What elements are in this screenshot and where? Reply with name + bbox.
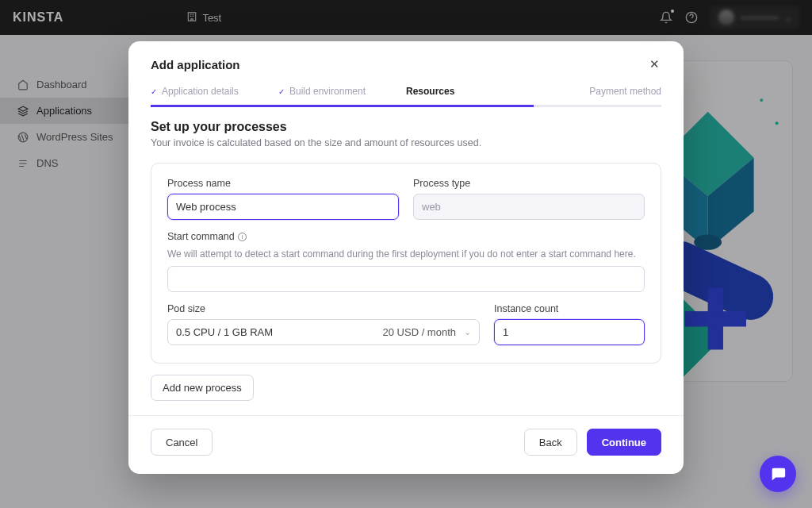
continue-button[interactable]: Continue bbox=[587, 429, 661, 456]
modal-footer: Cancel Back Continue bbox=[128, 415, 684, 468]
chat-launcher[interactable] bbox=[760, 456, 796, 492]
process-name-input[interactable] bbox=[167, 194, 399, 220]
close-icon[interactable]: ✕ bbox=[647, 57, 661, 71]
process-name-label: Process name bbox=[167, 178, 399, 189]
process-card: Process name Process type Start command … bbox=[151, 163, 661, 364]
step-application-details[interactable]: ✓ Application details bbox=[151, 86, 278, 107]
modal-overlay: Add application ✕ ✓ Application details … bbox=[0, 0, 812, 508]
process-type-input bbox=[413, 194, 645, 220]
chat-icon bbox=[769, 465, 787, 483]
section-title: Set up your processes bbox=[151, 120, 661, 134]
step-label: Resources bbox=[406, 86, 454, 97]
start-command-label: Start command i bbox=[167, 231, 645, 242]
modal-body: Set up your processes Your invoice is ca… bbox=[128, 107, 684, 415]
check-icon: ✓ bbox=[278, 87, 285, 96]
check-icon: ✓ bbox=[151, 87, 157, 96]
pod-size-price: 20 USD / month bbox=[383, 326, 457, 338]
step-payment-method[interactable]: Payment method bbox=[534, 86, 661, 107]
chevron-down-icon: ⌄ bbox=[464, 327, 471, 337]
step-label: Payment method bbox=[589, 86, 661, 97]
pod-size-label: Pod size bbox=[167, 303, 480, 314]
pod-size-select[interactable]: 0.5 CPU / 1 GB RAM 20 USD / month ⌄ bbox=[167, 319, 480, 345]
cancel-button[interactable]: Cancel bbox=[151, 429, 213, 456]
start-command-helper: We will attempt to detect a start comman… bbox=[167, 248, 645, 260]
start-command-input[interactable] bbox=[167, 266, 645, 292]
process-type-label: Process type bbox=[413, 178, 645, 189]
step-label: Build environment bbox=[289, 86, 366, 97]
step-build-environment[interactable]: ✓ Build environment bbox=[278, 86, 406, 107]
pod-size-value: 0.5 CPU / 1 GB RAM bbox=[176, 326, 273, 338]
stepper: ✓ Application details ✓ Build environmen… bbox=[128, 86, 684, 107]
step-resources[interactable]: Resources bbox=[406, 86, 534, 107]
back-button[interactable]: Back bbox=[524, 429, 577, 456]
add-process-button[interactable]: Add new process bbox=[151, 375, 254, 401]
add-application-modal: Add application ✕ ✓ Application details … bbox=[128, 41, 684, 474]
info-icon[interactable]: i bbox=[238, 233, 247, 241]
section-subtitle: Your invoice is calculated based on the … bbox=[151, 137, 661, 148]
instance-count-input[interactable] bbox=[494, 319, 645, 345]
modal-header: Add application ✕ bbox=[128, 41, 684, 86]
instance-count-label: Instance count bbox=[494, 303, 645, 314]
step-label: Application details bbox=[162, 86, 239, 97]
modal-title: Add application bbox=[151, 58, 240, 71]
